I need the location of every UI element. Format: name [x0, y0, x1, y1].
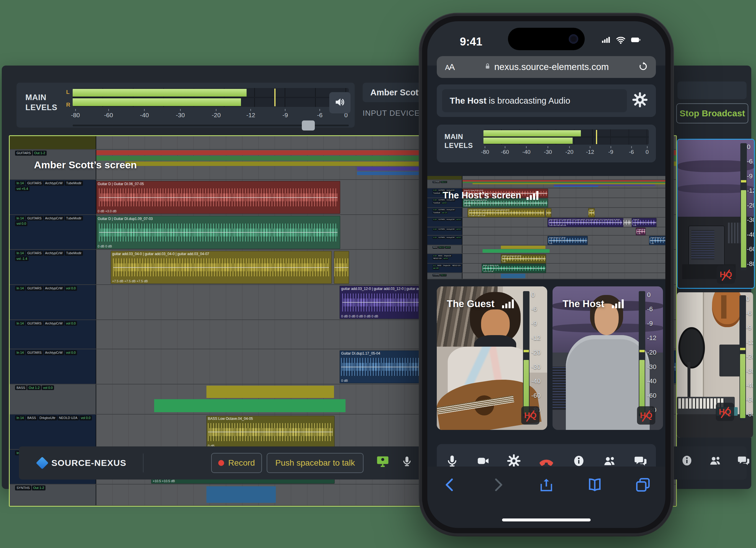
settings-gear-button[interactable]	[632, 92, 648, 109]
url-text: nexus.source-elements.com	[494, 62, 609, 72]
track-chip: ArchtypCrW	[44, 286, 64, 291]
output-device-select[interactable]	[677, 81, 747, 99]
safari-address-bar[interactable]: AA nexus.source-elements.com	[437, 56, 656, 78]
daw-track-header: In 14GUITARSArchtypCrWvol 0.0	[10, 349, 96, 384]
vscale-tick: -12	[531, 334, 541, 342]
vscale-tick: -30	[747, 216, 755, 224]
track-chip: pan 100	[433, 267, 439, 270]
volume-slider[interactable]	[73, 125, 349, 126]
daw-clip: BASS_0 | BASS_01-03+10.5 +10.5 dB	[482, 264, 546, 273]
hq-disabled-badge: HQ	[717, 265, 735, 284]
daw-clip: Guitar D | Guitar DI.dup1.09_07-030 dB 0…	[96, 216, 340, 249]
tile-name-label: The Host	[563, 298, 624, 309]
signal-bars-icon	[502, 299, 514, 308]
daw-track-lane: BASS_0 | BASS_01-03+10.5 +10.5 dB	[462, 264, 665, 273]
daw-track-header	[427, 176, 462, 180]
track-chip: vol 0.0	[456, 237, 461, 239]
daw-track-row: In 14BASSDrkglssUltrNEOLD U2Avol 0.0BASS…	[427, 254, 665, 264]
daw-track-header: In 14GUITARSArchtypCrWvol 0.0	[10, 285, 96, 319]
vscale-tick: -20	[747, 202, 755, 209]
track-chip: GUITARS	[15, 151, 32, 156]
daw-track-header: GUITARSOut 1-2	[427, 180, 462, 188]
daw-track-header	[10, 136, 96, 149]
daw-track-header: SYNTHSOut 1-2	[10, 485, 96, 505]
record-button[interactable]: Record	[211, 453, 262, 473]
volume-slider-knob[interactable]	[302, 120, 315, 131]
track-chip: In 14	[15, 216, 25, 221]
track-chip: NEOLD U2A	[58, 415, 79, 420]
video-tile-the-guest[interactable]: The Guest 0-6-9-12-20-30-40-60-80 HQ	[437, 286, 547, 430]
daw-track-header: In 14GUITARSArchtypCrWvol 0.0	[427, 236, 462, 245]
scale-tick: -80	[71, 112, 80, 119]
track-chip: Out 1-2	[33, 151, 47, 156]
participants-icon[interactable]	[709, 454, 722, 468]
speaker-button[interactable]	[329, 92, 351, 113]
vscale-tick: -80	[746, 410, 753, 418]
push-to-talk-button[interactable]: Push spacebar to talk	[267, 453, 364, 473]
vscale-tick: -6	[531, 305, 537, 313]
track-chip: In 14	[433, 255, 437, 257]
vscale-tick: 0	[746, 295, 750, 303]
video-tile-guest-studio[interactable]: 0-6-9-12-20-30-40-60-80 HQ	[677, 292, 753, 438]
track-chip: In 14	[433, 228, 437, 231]
home-indicator[interactable]	[502, 518, 591, 521]
vscale-tick: -9	[747, 172, 753, 180]
vmeter-fill	[639, 360, 645, 414]
track-chip: In 14	[433, 218, 437, 221]
daw-clip: Guitar DI.0 dB	[632, 218, 656, 227]
host-level-meter	[639, 291, 645, 416]
scale-tick: -40	[140, 112, 149, 119]
front-camera	[569, 34, 578, 44]
iphone-mockup: 9:41 AA nexus.source-elements.com The Ho…	[420, 14, 673, 536]
track-chip: In 14	[15, 350, 25, 355]
stop-broadcast-button[interactable]: Stop Broadcast	[676, 103, 748, 123]
daw-track-row: In 1BASSDrkglssUltrNEOLD U2Apan 100BASS_…	[427, 264, 665, 273]
vscale-tick: -20	[746, 353, 753, 361]
host-screen-share[interactable]: GUITARSOut 1-2In 14GUITARSArchtypCrWTube…	[427, 176, 665, 279]
reload-button[interactable]	[638, 61, 648, 73]
desktop-mic-icon[interactable]	[399, 454, 415, 470]
track-chip: TubeModlr	[65, 251, 83, 256]
daw-clip	[554, 185, 655, 185]
vscale-tick: -12	[746, 338, 753, 346]
tabs-button[interactable]	[635, 477, 651, 494]
track-chip: In 14	[433, 189, 437, 192]
lock-icon	[484, 62, 491, 72]
brand-name: SOURCE-NEXUS	[51, 458, 126, 468]
daw-track-row: In 14GUITARSArchtypCrWTubeModlrvol -1.4g…	[427, 208, 665, 218]
track-chip: SYNTHS	[15, 485, 31, 490]
bookmarks-button[interactable]	[587, 477, 602, 494]
scale-tick: -6	[629, 149, 634, 155]
broadcast-status-panel: The Host is broadcasting Audio	[437, 84, 656, 117]
guest-level-meter	[523, 291, 529, 416]
daw-track-header: In 14GUITARSArchtypCrWTubeModlrvol -1.4	[427, 208, 462, 217]
video-tile-the-host[interactable]: The Host 0-6-9-12-20-30-40-60-80 HQ	[553, 286, 663, 430]
daw-clip: BASS Low Octave.04_04-050 dB	[501, 254, 546, 263]
guest-meter-scale: 0-6-9-12-20-30-40-60-80	[529, 291, 546, 416]
daw-clip	[462, 180, 665, 181]
screen-share-active-icon[interactable]	[374, 454, 391, 470]
track-chip: ArchtypCrW	[44, 251, 64, 256]
daw-track-lane: Guitar DI.dup1.17_05-040 dBGuitar DI.dup…	[462, 236, 665, 245]
daw-track-row	[427, 176, 665, 180]
reader-text-size-button[interactable]: AA	[445, 62, 454, 72]
info-icon[interactable]	[680, 454, 693, 468]
track-chip: vol 0.0	[15, 221, 27, 226]
chat-icon[interactable]	[737, 454, 750, 468]
vscale-tick: 0	[747, 143, 750, 151]
broadcast-status-text: The Host is broadcasting Audio	[442, 89, 627, 112]
track-chip: vol 0.0	[65, 286, 77, 291]
desktop-main-levels-panel: MAIN LEVELS LR -80-60-40-30-20-12-9-60	[17, 83, 355, 128]
daw-track-row: In 14GUITARSArchtypCrWvol 0.0Guitar DI.d…	[427, 227, 665, 236]
track-chip: ArchtypCrW	[44, 216, 64, 221]
daw-clip: Guitar D | Guitar DI.06_07-050 dB +3.0 d…	[96, 181, 340, 214]
forward-button[interactable]	[491, 477, 506, 494]
video-tile-host-active[interactable]: 0-6-9-12-20-30-40-60-80 HQ	[677, 139, 755, 289]
vscale-tick: 0	[531, 291, 535, 299]
track-chip: Out 1-2	[438, 246, 444, 249]
share-button[interactable]	[539, 477, 554, 494]
back-button[interactable]	[442, 477, 457, 494]
daw-clip	[154, 399, 346, 412]
divider	[143, 454, 144, 472]
track-chip: In 14	[15, 415, 25, 420]
